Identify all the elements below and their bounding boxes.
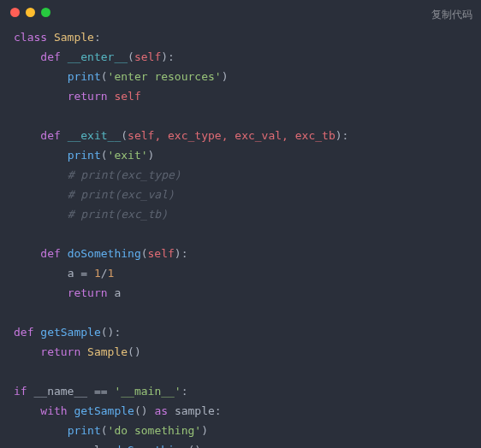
comment: # print(exc_val) [68,188,175,201]
keyword-def: def [40,247,60,260]
keyword-def: def [14,326,33,339]
keyword-return: return [40,345,80,358]
keyword-def: def [40,129,60,142]
string-literal: '__main__' [114,385,181,398]
string-literal: 'enter resources' [108,70,222,83]
keyword-def: def [40,50,60,63]
number: 1 [108,267,115,280]
call-print: print [68,70,101,83]
keyword-if: if [14,385,27,398]
method-exit: __exit__ [68,129,122,142]
minimize-icon[interactable] [26,8,35,17]
method-dosomething: doSomething [68,247,141,260]
comment: # print(exc_tb) [68,208,168,221]
keyword-return: return [68,286,108,299]
close-icon[interactable] [10,8,20,17]
string-literal: 'exit' [108,149,148,162]
window-titlebar: 复制代码 [0,0,481,24]
comment: # print(exc_type) [68,168,181,181]
keyword-class: class [14,31,47,44]
number: 1 [94,267,101,280]
keyword-with: with [40,404,67,417]
string-literal: 'do something' [108,424,202,437]
call-print: print [68,149,101,162]
keyword-return: return [68,90,108,103]
code-window: 复制代码 class Sample: def __enter__(self): … [0,0,481,448]
maximize-icon[interactable] [41,8,50,17]
window-controls [10,8,50,17]
copy-code-button[interactable]: 复制代码 [431,5,472,25]
function-getsample: getSample [40,326,100,339]
method-enter: __enter__ [68,50,128,63]
keyword-as: as [154,404,168,417]
code-block: class Sample: def __enter__(self): print… [0,24,481,448]
call-print: print [68,424,101,437]
class-name: Sample [54,31,94,44]
